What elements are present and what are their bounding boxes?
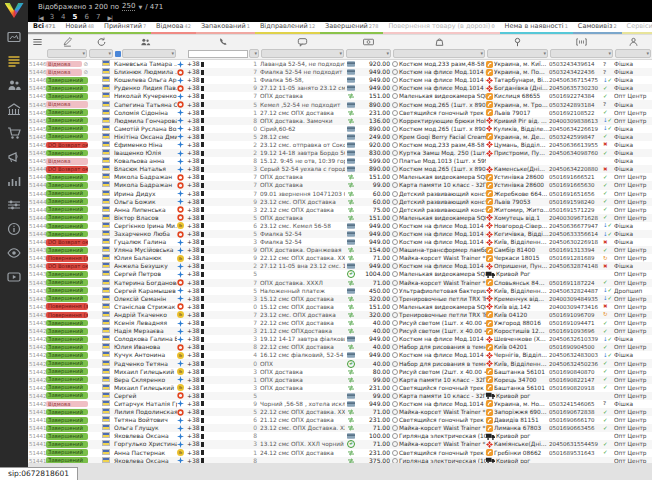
filter-input[interactable]	[188, 50, 248, 58]
column-filter[interactable]: ▾	[392, 49, 486, 58]
customer-phone[interactable]: +389	[187, 84, 260, 92]
customer-phone[interactable]: +383	[187, 384, 260, 392]
column-filter[interactable]: ▾	[260, 49, 345, 58]
menu-icon[interactable]	[32, 37, 43, 47]
customer-phone[interactable]: +387	[187, 173, 260, 181]
comments-icon[interactable]	[297, 37, 308, 47]
customer-phone[interactable]: +385	[187, 270, 260, 278]
customer-phone[interactable]: +385	[187, 214, 260, 222]
column-filter[interactable]: ▾	[345, 49, 392, 58]
location-icon[interactable]	[512, 37, 523, 47]
manager-icon[interactable]	[628, 37, 639, 47]
order-row[interactable]: 514459ЗавершенийРуденко Лидия Пав…+38927…	[28, 84, 652, 92]
customer-phone[interactable]: +381	[187, 76, 260, 84]
order-row[interactable]: 514455ЗавершенийЛюдмила Гончарова+388ОПХ…	[28, 117, 652, 125]
tab-status-5[interactable]: Відправлений12	[255, 22, 320, 34]
customer-phone[interactable]: +389	[187, 254, 260, 262]
order-row[interactable]: 514432Повернення (з…Станіслав Стрижак+38…	[28, 303, 652, 311]
customer-phone[interactable]: +381	[187, 376, 260, 384]
filter-select[interactable]: ▾	[393, 49, 485, 58]
customer-phone[interactable]: +389	[187, 198, 260, 206]
clients-icon[interactable]	[7, 78, 21, 92]
last-page-button[interactable]: ▶|	[107, 14, 112, 21]
filter-select[interactable]: ▾	[122, 49, 176, 58]
customer-phone[interactable]: +385	[187, 133, 260, 141]
customer-phone[interactable]: +388	[187, 117, 260, 125]
customer-phone[interactable]: +383	[187, 327, 260, 335]
page-5-button[interactable]: 5	[73, 13, 78, 21]
order-row[interactable]: 514421ЗавершенийСергей+38599.00Карта пам…	[28, 392, 652, 400]
customer-phone[interactable]: +387	[187, 279, 260, 287]
page-4-button[interactable]: 4	[61, 13, 65, 21]
tab-status-6[interactable]: Завершений278	[320, 22, 383, 34]
warehouse-icon[interactable]	[7, 102, 21, 116]
order-row[interactable]: 514457ВідмоваСапегина Татьяна С…+385Кеме…	[28, 100, 652, 108]
order-row[interactable]: 514416ЗавершенийЯковлева Оксана+388100.0…	[28, 432, 652, 440]
order-row[interactable]: 514443ЗавершенийВіктор Власов+385ОПХ дос…	[28, 214, 652, 222]
order-row[interactable]: 514422ЗавершенийМихаил Гилецькийlk+383ОП…	[28, 384, 652, 392]
customer-phone[interactable]: +387	[187, 311, 260, 319]
order-row[interactable]: 514460ЗавершенийКошелева Ольга Ар…+381Фи…	[28, 76, 652, 84]
tab-status-7[interactable]: Повернення товару (в дорозі)0	[383, 22, 499, 34]
order-row[interactable]: 514419ЗавершенийЛилия Подолинская+38522.…	[28, 408, 652, 416]
order-row[interactable]: 514430ЗавершенийКсенія Левадняя+38722.12…	[28, 319, 652, 327]
order-row[interactable]: 514417ЗавершенийОльга Глущук+38023.12 см…	[28, 424, 652, 432]
orders-list-icon[interactable]	[7, 54, 21, 68]
order-row[interactable]: 514458ЗавершенийНиколай Кучеренко+387ОПХ…	[28, 92, 652, 100]
order-row[interactable]: 514436ЗавершенийСергей Петров+385₴1004.0…	[28, 270, 652, 278]
order-row[interactable]: 514425ЗавершенийРадченко Тетяна+380ОПХ₴4…	[28, 359, 652, 367]
cart-icon[interactable]	[7, 126, 21, 140]
watch-icon[interactable]	[7, 246, 21, 260]
customer-phone[interactable]: +382	[187, 149, 260, 157]
money-icon[interactable]	[363, 37, 374, 47]
customer-phone[interactable]: +380	[187, 125, 260, 133]
order-row[interactable]: 514444ЗавершенийАнна Липенська+38322.12 …	[28, 206, 652, 214]
filter-select[interactable]: ▾	[550, 49, 613, 58]
customer-phone[interactable]: +380	[187, 303, 260, 311]
customer-phone[interactable]: +382	[187, 141, 260, 149]
order-row[interactable]: 514438Повернення (з…Юлия Баланюкlk+38922…	[28, 254, 652, 262]
statistics-icon[interactable]	[7, 174, 21, 188]
order-row[interactable]: 514453ЗавершенийНікітіна Оксана Дми…+385…	[28, 133, 652, 141]
tab-status-4[interactable]: Запакований1	[196, 22, 255, 34]
order-row[interactable]: 514442ЗавершенийСергієнко Ірина Ми…lk+38…	[28, 222, 652, 230]
column-filter[interactable]: ▾	[549, 49, 614, 58]
customer-phone[interactable]: +380	[187, 360, 260, 368]
tab-status-10[interactable]: Сервіси0	[622, 22, 652, 34]
customer-phone[interactable]: +381	[187, 60, 260, 68]
customer-phone[interactable]: +384	[187, 351, 260, 359]
info-icon[interactable]	[7, 222, 21, 236]
customer-phone[interactable]: +383	[187, 295, 260, 303]
settings-sliders-icon[interactable]	[7, 198, 21, 212]
products-icon[interactable]	[434, 37, 445, 47]
order-row[interactable]: 514440DO Возврат ок…Гуцалюк Галина+383Фи…	[28, 238, 652, 246]
customer-phone[interactable]: +387	[187, 181, 260, 189]
order-row[interactable]: 514428ЗавершенийСолодкова Галина В…+3831…	[28, 335, 652, 343]
order-row[interactable]: 514461Відмова⊘Близнюк Людмила …+387Фиалк…	[28, 68, 652, 76]
tab-status-9[interactable]: Самовивіз2	[573, 22, 622, 34]
customer-phone[interactable]: +385	[187, 287, 260, 295]
column-filter[interactable]: ▾	[486, 49, 549, 58]
customer-phone[interactable]: +380	[187, 424, 260, 432]
page-size-dropdown[interactable]: 250	[122, 2, 135, 11]
order-row[interactable]: 514441ЗавершенийЗахарченко Люба+385Фиалк…	[28, 230, 652, 238]
customer-phone[interactable]: +385	[187, 101, 260, 109]
order-row[interactable]: 514454ЗавершенийСамотій Руслана Во…+380С…	[28, 125, 652, 133]
refresh-icon[interactable]	[96, 37, 107, 47]
customer-phone[interactable]: +383	[187, 238, 260, 246]
order-row[interactable]: 514415ЗавершенийГоргулько Христина…+3831…	[28, 440, 652, 448]
customer-phone[interactable]: +385	[187, 392, 260, 400]
customer-phone[interactable]: +383	[187, 335, 260, 343]
customer-phone[interactable]: +382	[187, 262, 260, 270]
customer-phone[interactable]: +387	[187, 319, 260, 327]
order-row[interactable]: 514439ЗавершенийУляна Мусійовська+389ОПХ…	[28, 246, 652, 254]
filter-select[interactable]: ▾	[615, 49, 651, 58]
customer-phone[interactable]: +389	[187, 246, 260, 254]
customer-phone[interactable]: +383	[187, 368, 260, 376]
edit-icon[interactable]	[62, 37, 73, 47]
column-filter[interactable]: ▾	[614, 49, 652, 58]
order-row[interactable]: 514426ЗавершенийКучук Антонинаlk+38416.1…	[28, 351, 652, 359]
column-filter[interactable]: ▾	[46, 49, 88, 58]
tab-status-8[interactable]: Нема в наявності1	[500, 22, 573, 34]
order-row[interactable]: 514451ЗавершенийІващенко Юлія+38219.12 1…	[28, 149, 652, 157]
